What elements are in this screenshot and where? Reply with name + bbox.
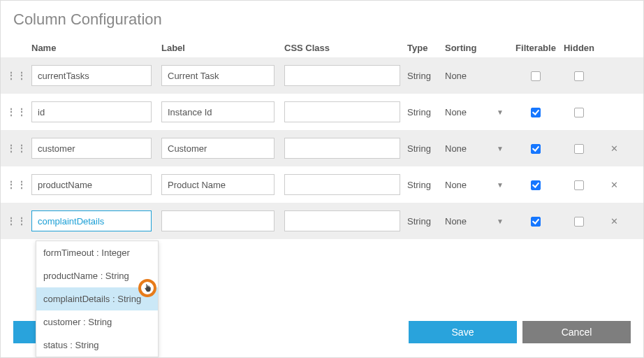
chevron-down-icon[interactable]: ▼	[497, 145, 504, 152]
drag-handle-icon[interactable]	[6, 71, 27, 80]
suggestion-item[interactable]: customer : String	[36, 310, 158, 334]
h-css: CSS Class	[284, 43, 407, 53]
suggestion-item[interactable]: productName : String	[36, 264, 158, 287]
hidden-checkbox[interactable]	[574, 108, 584, 117]
sorting-value[interactable]: None	[445, 107, 467, 117]
sorting-value[interactable]: None	[445, 180, 467, 190]
h-label: Label	[161, 43, 284, 53]
type-label: String	[407, 143, 445, 154]
label-input[interactable]	[161, 138, 275, 159]
filterable-checkbox[interactable]	[531, 217, 541, 227]
drag-handle-icon[interactable]	[6, 180, 27, 189]
hidden-checkbox[interactable]	[574, 71, 584, 81]
sorting-value[interactable]: None	[445, 216, 467, 227]
type-label: String	[407, 71, 445, 81]
h-filterable: Filterable	[512, 43, 559, 53]
css-class-input[interactable]	[284, 138, 400, 159]
css-class-input[interactable]	[284, 101, 400, 122]
type-label: String	[407, 216, 445, 227]
sorting-value[interactable]: None	[445, 143, 467, 154]
css-class-input[interactable]	[284, 210, 400, 231]
cancel-button[interactable]: Cancel	[522, 321, 631, 343]
label-input[interactable]	[161, 101, 275, 122]
css-class-input[interactable]	[284, 174, 400, 195]
name-input[interactable]	[31, 174, 152, 195]
dialog-title: Column Configuration	[1, 1, 643, 37]
type-label: String	[407, 180, 445, 190]
chevron-down-icon[interactable]: ▼	[497, 108, 504, 116]
suggestion-item[interactable]: formTimeout : Integer	[36, 241, 158, 264]
filterable-checkbox[interactable]	[531, 144, 541, 154]
drag-handle-icon[interactable]	[6, 107, 27, 117]
h-sorting: Sorting	[445, 43, 512, 53]
suggestion-item[interactable]: status : String	[36, 334, 158, 357]
columns-table: Name Label CSS Class Type Sorting Filter…	[1, 38, 643, 239]
drag-handle-icon[interactable]	[6, 216, 27, 226]
save-button[interactable]: Save	[409, 321, 517, 343]
name-input[interactable]	[31, 65, 152, 86]
filterable-checkbox[interactable]	[531, 71, 541, 81]
table-row: StringNone▼✕	[1, 130, 643, 166]
h-type: Type	[407, 43, 445, 53]
remove-row-button[interactable]: ✕	[607, 141, 621, 155]
drag-handle-icon[interactable]	[6, 143, 27, 153]
hidden-checkbox[interactable]	[574, 180, 584, 190]
table-row: StringNone▼✕	[1, 166, 643, 203]
table-row: StringNone	[1, 57, 643, 94]
label-input[interactable]	[161, 174, 275, 195]
h-hidden: Hidden	[559, 43, 599, 53]
suggestion-item[interactable]: complaintDetails : String	[36, 287, 158, 310]
suggestion-dropdown[interactable]: formTimeout : IntegerproductName : Strin…	[36, 241, 159, 357]
label-input[interactable]	[161, 65, 275, 86]
table-row: StringNone▼	[1, 94, 643, 130]
table-row: StringNone▼✕	[1, 203, 643, 239]
name-input[interactable]	[31, 101, 152, 122]
remove-row-button[interactable]: ✕	[607, 178, 621, 192]
filterable-checkbox[interactable]	[531, 180, 541, 190]
remove-row-button[interactable]: ✕	[607, 214, 621, 228]
hidden-checkbox[interactable]	[574, 144, 584, 154]
chevron-down-icon[interactable]: ▼	[497, 217, 504, 225]
sorting-value[interactable]: None	[445, 71, 467, 81]
name-input[interactable]	[31, 138, 152, 159]
css-class-input[interactable]	[284, 65, 400, 86]
filterable-checkbox[interactable]	[531, 108, 541, 117]
type-label: String	[407, 107, 445, 117]
h-name: Name	[31, 43, 161, 53]
header-row: Name Label CSS Class Type Sorting Filter…	[1, 38, 643, 57]
hidden-checkbox[interactable]	[574, 217, 584, 227]
label-input[interactable]	[161, 210, 275, 231]
name-input[interactable]	[31, 210, 152, 231]
chevron-down-icon[interactable]: ▼	[497, 181, 504, 189]
